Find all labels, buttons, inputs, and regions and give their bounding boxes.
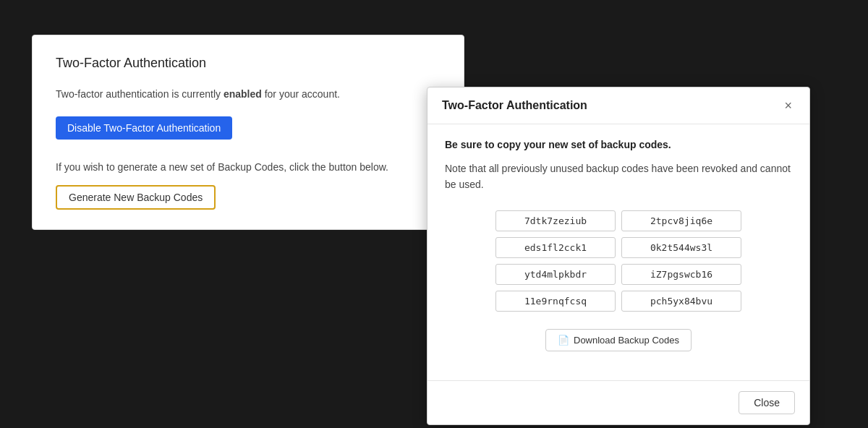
backup-code: 0k2t544ws3l xyxy=(621,237,741,258)
backup-code: 2tpcv8jiq6e xyxy=(621,210,741,231)
warning-text: Be sure to copy your new set of backup c… xyxy=(445,139,792,150)
backup-codes-grid: 7dtk7zeziub2tpcv8jiq6eeds1fl2cck10k2t544… xyxy=(495,210,741,312)
download-button-label: Download Backup Codes xyxy=(574,335,679,346)
download-icon: 📄 xyxy=(558,335,569,346)
backup-codes-modal: Two-Factor Authentication × Be sure to c… xyxy=(427,87,810,425)
modal-footer: Close xyxy=(427,380,809,424)
backup-code: 7dtk7zeziub xyxy=(495,210,616,231)
backup-code: iZ7pgswcb16 xyxy=(621,264,741,285)
backup-code: pch5yx84bvu xyxy=(621,291,741,312)
generate-backup-codes-button[interactable]: Generate New Backup Codes xyxy=(56,185,216,210)
generate-text: If you wish to generate a new set of Bac… xyxy=(56,160,441,175)
close-modal-button[interactable]: Close xyxy=(739,391,795,414)
modal-header: Two-Factor Authentication × xyxy=(427,87,809,124)
backup-code: eds1fl2cck1 xyxy=(495,237,616,258)
download-area: 📄 Download Backup Codes xyxy=(445,329,792,351)
modal-body: Be sure to copy your new set of backup c… xyxy=(427,124,809,380)
download-backup-codes-button[interactable]: 📄 Download Backup Codes xyxy=(545,329,692,351)
card-title: Two-Factor Authentication xyxy=(56,56,441,71)
two-factor-card: Two-Factor Authentication Two-factor aut… xyxy=(32,35,464,230)
backup-code: ytd4mlpkbdr xyxy=(495,264,616,285)
backup-code: 11e9rnqfcsq xyxy=(495,291,616,312)
info-text: Note that all previously unused backup c… xyxy=(445,160,792,193)
modal-title: Two-Factor Authentication xyxy=(442,99,587,112)
modal-close-button[interactable]: × xyxy=(781,99,795,112)
disable-2fa-button[interactable]: Disable Two-Factor Authentication xyxy=(56,116,232,140)
status-text: Two-factor authentication is currently e… xyxy=(56,87,441,102)
